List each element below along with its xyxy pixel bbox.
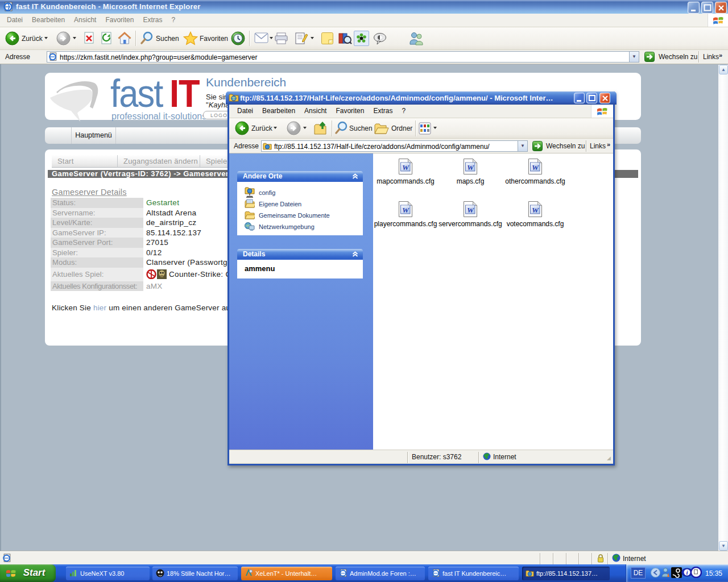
svg-text:W: W: [467, 206, 474, 214]
svg-text:W: W: [532, 163, 539, 172]
svg-text:W: W: [402, 163, 410, 172]
svg-text:W: W: [402, 206, 410, 214]
svg-text:W: W: [532, 206, 539, 214]
svg-text:W: W: [467, 163, 474, 172]
